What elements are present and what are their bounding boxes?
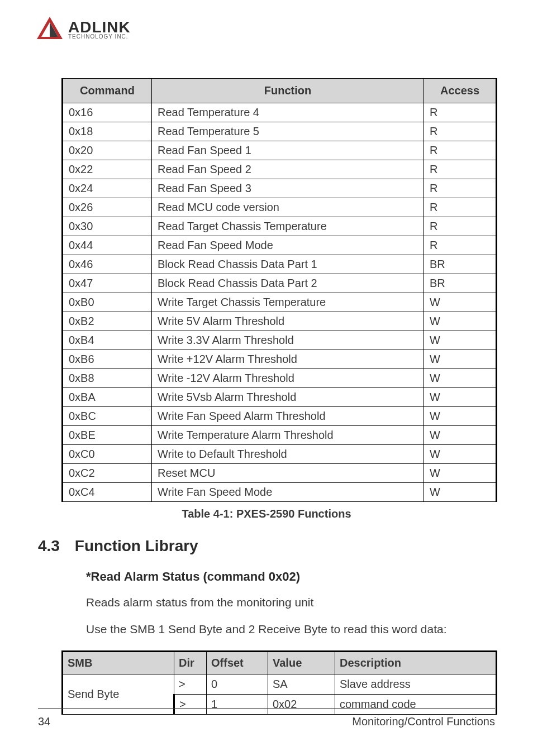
logo-sub: TECHNOLOGY INC. — [68, 34, 131, 40]
cell-acc: R — [424, 217, 497, 236]
cell-acc: W — [424, 369, 497, 388]
cell-fn: Write Fan Speed Mode — [152, 483, 424, 502]
cell-fn: Write to Default Threshold — [152, 445, 424, 464]
cell-cmd: 0xB2 — [63, 312, 152, 331]
th-function: Function — [152, 79, 424, 103]
cell-acc: R — [424, 198, 497, 217]
table-row: 0x30Read Target Chassis TemperatureR — [63, 217, 497, 236]
cell-cmd: 0x47 — [63, 274, 152, 293]
table-row: 0xB6Write +12V Alarm ThresholdW — [63, 350, 497, 369]
cell-cmd: 0xBE — [63, 426, 152, 445]
table-row: 0xBAWrite 5Vsb Alarm ThresholdW — [63, 388, 497, 407]
subsection-heading: *Read Alarm Status (command 0x02) — [86, 570, 495, 584]
cell-acc: R — [424, 236, 497, 255]
cell-fn: Read MCU code version — [152, 198, 424, 217]
cell-fn: Read Fan Speed 3 — [152, 179, 424, 198]
paragraph: Reads alarm status from the monitoring u… — [86, 594, 494, 611]
table-row: 0xB2Write 5V Alarm ThresholdW — [63, 312, 497, 331]
cell-cmd: 0x24 — [63, 179, 152, 198]
cell-acc: W — [424, 388, 497, 407]
th-smb: SMB — [63, 651, 174, 674]
cell-dir: > — [174, 674, 207, 694]
table-row: 0x20Read Fan Speed 1R — [63, 141, 497, 160]
table-row: 0x26Read MCU code versionR — [63, 198, 497, 217]
cell-fn: Read Fan Speed 2 — [152, 160, 424, 179]
table-row: 0x18Read Temperature 5R — [63, 122, 497, 141]
cell-cmd: 0x22 — [63, 160, 152, 179]
cell-fn: Write 5V Alarm Threshold — [152, 312, 424, 331]
cell-acc: W — [424, 293, 497, 312]
cell-acc: W — [424, 331, 497, 350]
cell-fn: Write -12V Alarm Threshold — [152, 369, 424, 388]
section-number: 4.3 — [38, 537, 70, 555]
table-caption: Table 4-1: PXES-2590 Functions — [38, 508, 495, 520]
table-row: 0xBEWrite Temperature Alarm ThresholdW — [63, 426, 497, 445]
th-offset: Offset — [207, 651, 268, 674]
cell-cmd: 0xB0 — [63, 293, 152, 312]
cell-acc: R — [424, 160, 497, 179]
cell-cmd: 0x20 — [63, 141, 152, 160]
cell-acc: W — [424, 350, 497, 369]
th-value: Value — [268, 651, 335, 674]
table-row: 0xC0Write to Default ThresholdW — [63, 445, 497, 464]
footer-title: Monitoring/Control Functions — [352, 715, 495, 728]
cell-fn: Read Target Chassis Temperature — [152, 217, 424, 236]
table-row: 0xB0Write Target Chassis TemperatureW — [63, 293, 497, 312]
cell-cmd: 0xBC — [63, 407, 152, 426]
table-row: 0x47Block Read Chassis Data Part 2BR — [63, 274, 497, 293]
table-row: Send Byte > 0 SA Slave address — [63, 674, 497, 694]
cell-acc: R — [424, 141, 497, 160]
smb-table: SMB Dir Offset Value Description Send By… — [61, 650, 497, 715]
functions-table: Command Function Access 0x16Read Tempera… — [61, 78, 497, 502]
cell-acc: R — [424, 122, 497, 141]
section-title: Function Library — [75, 537, 198, 554]
cell-fn: Write Target Chassis Temperature — [152, 293, 424, 312]
cell-cmd: 0x46 — [63, 255, 152, 274]
page-number: 34 — [38, 715, 50, 728]
cell-cmd: 0xC0 — [63, 445, 152, 464]
cell-acc: R — [424, 103, 497, 122]
cell-cmd: 0x16 — [63, 103, 152, 122]
cell-off: 0 — [207, 674, 268, 694]
cell-acc: BR — [424, 255, 497, 274]
table-row: 0xBCWrite Fan Speed Alarm ThresholdW — [63, 407, 497, 426]
cell-acc: W — [424, 483, 497, 502]
cell-fn: Block Read Chassis Data Part 1 — [152, 255, 424, 274]
cell-fn: Write 3.3V Alarm Threshold — [152, 331, 424, 350]
cell-fn: Write 5Vsb Alarm Threshold — [152, 388, 424, 407]
cell-val: SA — [268, 674, 335, 694]
cell-fn: Read Fan Speed 1 — [152, 141, 424, 160]
cell-cmd: 0xB4 — [63, 331, 152, 350]
cell-acc: W — [424, 312, 497, 331]
cell-fn: Reset MCU — [152, 464, 424, 483]
table-row: 0x44Read Fan Speed ModeR — [63, 236, 497, 255]
cell-cmd: 0x44 — [63, 236, 152, 255]
cell-fn: Block Read Chassis Data Part 2 — [152, 274, 424, 293]
cell-acc: W — [424, 445, 497, 464]
cell-fn: Write Fan Speed Alarm Threshold — [152, 407, 424, 426]
table-row: 0xC4Write Fan Speed ModeW — [63, 483, 497, 502]
logo-icon — [35, 15, 65, 45]
table-row: 0xC2Reset MCUW — [63, 464, 497, 483]
paragraph: Use the SMB 1 Send Byte and 2 Receive By… — [86, 621, 494, 638]
page-footer: 34 Monitoring/Control Functions — [38, 708, 495, 728]
table-row: 0x16Read Temperature 4R — [63, 103, 497, 122]
table-row: 0x46Block Read Chassis Data Part 1BR — [63, 255, 497, 274]
table-row: 0x24Read Fan Speed 3R — [63, 179, 497, 198]
cell-cmd: 0xBA — [63, 388, 152, 407]
th-access: Access — [424, 79, 497, 103]
cell-acc: W — [424, 426, 497, 445]
th-command: Command — [63, 79, 152, 103]
cell-cmd: 0xB6 — [63, 350, 152, 369]
cell-acc: W — [424, 407, 497, 426]
cell-fn: Write Temperature Alarm Threshold — [152, 426, 424, 445]
th-dir: Dir — [174, 651, 207, 674]
cell-cmd: 0x30 — [63, 217, 152, 236]
logo-name: ADLINK — [68, 20, 131, 35]
section-heading: 4.3 Function Library — [38, 537, 495, 555]
th-desc: Description — [335, 651, 497, 674]
table-row: 0xB8Write -12V Alarm ThresholdW — [63, 369, 497, 388]
cell-desc: Slave address — [335, 674, 497, 694]
cell-cmd: 0xC2 — [63, 464, 152, 483]
cell-fn: Read Temperature 4 — [152, 103, 424, 122]
